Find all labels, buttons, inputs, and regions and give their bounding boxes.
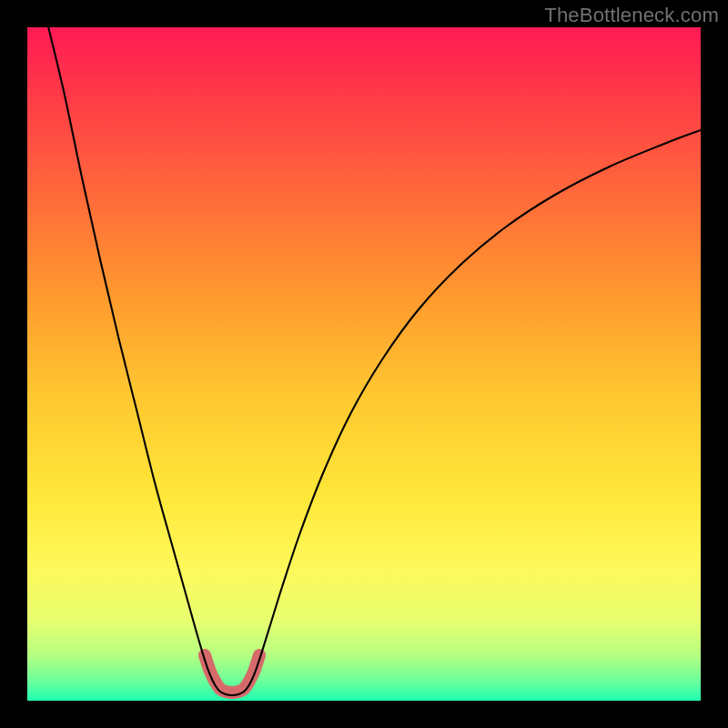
plot-area [27, 27, 701, 701]
gradient-background [27, 27, 701, 701]
watermark-text: TheBottleneck.com [544, 4, 719, 27]
chart-svg [27, 27, 701, 701]
chart-frame: TheBottleneck.com [0, 0, 728, 728]
